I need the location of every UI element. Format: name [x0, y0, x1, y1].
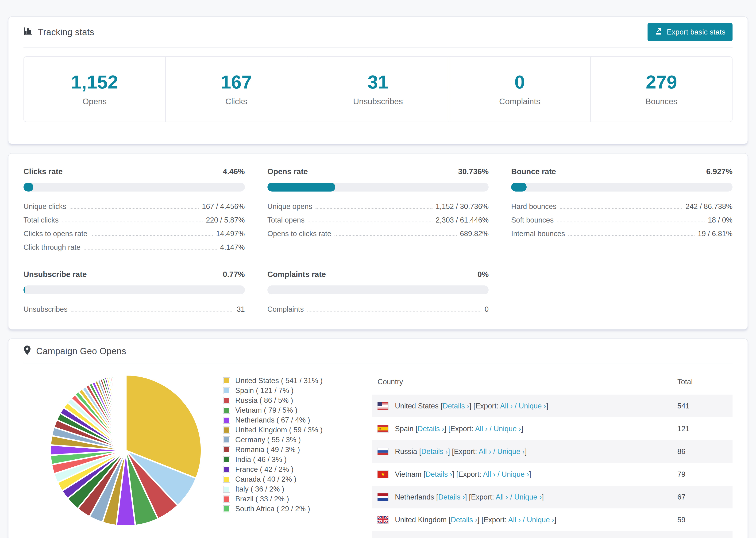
dotted-leader [335, 235, 457, 236]
legend-label: Canada ( 40 / 2% ) [235, 475, 296, 484]
map-pin-icon [24, 345, 31, 357]
dotted-leader [307, 311, 481, 311]
rate-detail-row: Soft bounces18 / 0% [511, 211, 732, 224]
details-link[interactable]: Details › [421, 447, 448, 456]
total-cell: 67 [677, 493, 732, 501]
rate-progress-track [267, 286, 489, 295]
details-link[interactable]: Details › [451, 516, 477, 524]
legend-item-romania[interactable]: Romania ( 49 / 3% ) [223, 445, 354, 455]
export-unique-link[interactable]: Unique › [514, 493, 542, 501]
export-unique-link[interactable]: Unique › [502, 470, 529, 478]
export-all-link[interactable]: All › [496, 493, 508, 501]
legend-swatch [223, 486, 230, 493]
gb-flag-icon [378, 516, 388, 523]
rate-detail-row: Internal bounces19 / 6.81% [511, 224, 732, 238]
rate-detail-row: Unsubscribes31 [24, 300, 245, 314]
legend-swatch [223, 476, 230, 483]
export-all-link[interactable]: All › [508, 516, 520, 524]
export-basic-stats-button[interactable]: Export basic stats [648, 23, 732, 41]
link-separator: / [510, 493, 512, 501]
legend-item-united-kingdom[interactable]: United Kingdom ( 59 / 3% ) [223, 425, 354, 435]
legend-item-italy[interactable]: Italy ( 36 / 2% ) [223, 484, 354, 494]
rate-block-opens-rate: Opens rate 30.736% Unique opens1,152 / 3… [267, 167, 489, 252]
total-cell: 121 [677, 425, 732, 433]
rate-value: 30.736% [458, 167, 489, 176]
dotted-leader [557, 222, 705, 222]
rate-progress-track [511, 183, 732, 191]
tracking-stats-header: Tracking stats Export basic stats [24, 17, 732, 48]
rate-title: Unsubscribe rate [24, 270, 87, 279]
details-link[interactable]: Details › [418, 425, 445, 433]
pie-chart-svg [46, 371, 206, 530]
legend-label: Italy ( 36 / 2% ) [235, 485, 284, 493]
dotted-leader [568, 235, 694, 236]
rate-detail-value: 689.82% [460, 230, 489, 238]
legend-item-india[interactable]: India ( 46 / 3% ) [223, 455, 354, 464]
export-all-link[interactable]: All › [475, 425, 487, 433]
geo-table-row-gb: United Kingdom [Details ›] [Export: All … [372, 509, 732, 531]
stat-box-unsubscribes: 31Unsubscribes [307, 57, 449, 122]
link-separator: / [514, 402, 517, 410]
export-unique-link[interactable]: Unique › [527, 516, 554, 524]
stat-label: Unsubscribes [307, 97, 449, 106]
campaign-geo-opens-card: Campaign Geo Opens United States ( 541 /… [8, 339, 748, 538]
total-column-header: Total [677, 378, 732, 386]
export-unique-link[interactable]: Unique › [519, 402, 546, 410]
legend-label: South Africa ( 29 / 2% ) [235, 505, 310, 513]
legend-item-france[interactable]: France ( 42 / 2% ) [223, 464, 354, 474]
stat-box-opens: 1,152Opens [24, 57, 166, 122]
rate-detail-value: 31 [237, 305, 244, 314]
legend-item-south-africa[interactable]: South Africa ( 29 / 2% ) [223, 504, 354, 514]
export-all-link[interactable]: All › [479, 447, 491, 456]
legend-item-spain[interactable]: Spain ( 121 / 7% ) [223, 386, 354, 396]
rate-progress-fill [511, 183, 526, 191]
us-flag-icon [378, 402, 388, 409]
geo-card-header: Campaign Geo Opens [24, 339, 732, 364]
country-name: United Kingdom [395, 516, 447, 524]
tracking-stats-title: Tracking stats [24, 27, 94, 38]
rate-detail-value: 220 / 5.87% [206, 216, 244, 224]
legend-swatch [223, 496, 230, 503]
export-all-link[interactable]: All › [483, 470, 495, 478]
legend-item-canada[interactable]: Canada ( 40 / 2% ) [223, 474, 354, 484]
legend-item-united-states[interactable]: United States ( 541 / 31% ) [223, 376, 354, 386]
details-link[interactable]: Details › [443, 402, 469, 410]
legend-swatch [223, 387, 230, 394]
export-unique-link[interactable]: Unique › [494, 425, 521, 433]
rate-detail-value: 242 / 86.738% [685, 202, 732, 211]
rate-detail-value: 0 [485, 305, 489, 314]
details-link[interactable]: Details › [438, 493, 465, 501]
rate-detail-label: Soft bounces [511, 216, 554, 224]
legend-item-russia[interactable]: Russia ( 86 / 5% ) [223, 396, 354, 405]
legend-swatch [223, 397, 230, 404]
legend-label: United Kingdom ( 59 / 3% ) [235, 426, 323, 434]
legend-label: Netherlands ( 67 / 4% ) [235, 416, 310, 424]
rate-detail-label: Internal bounces [511, 230, 565, 238]
legend-item-vietnam[interactable]: Vietnam ( 79 / 5% ) [223, 405, 354, 415]
rate-detail-label: Unique clicks [24, 202, 67, 211]
legend-item-netherlands[interactable]: Netherlands ( 67 / 4% ) [223, 415, 354, 425]
legend-item-brazil[interactable]: Brazil ( 33 / 2% ) [223, 494, 354, 504]
rate-detail-value: 14.497% [216, 230, 244, 238]
rate-detail-value: 19 / 6.81% [698, 230, 732, 238]
export-unique-link[interactable]: Unique › [497, 447, 525, 456]
dotted-leader [84, 249, 217, 249]
legend-label: Germany ( 55 / 3% ) [235, 436, 301, 444]
rate-detail-label: Click through rate [24, 243, 81, 252]
link-separator: / [498, 470, 500, 478]
geo-table-row-us: United States [Details ›] [Export: All ›… [372, 395, 732, 417]
details-link[interactable]: Details › [425, 470, 452, 478]
nl-flag-icon [378, 493, 388, 501]
rate-detail-row: Unique clicks167 / 4.456% [24, 197, 245, 211]
export-button-label: Export basic stats [667, 28, 726, 36]
rate-detail-label: Opens to clicks rate [267, 230, 331, 238]
rate-detail-value: 167 / 4.456% [202, 202, 245, 211]
rate-detail-row: Opens to clicks rate689.82% [267, 224, 489, 238]
export-all-link[interactable]: All › [500, 402, 513, 410]
rate-progress-fill [267, 183, 336, 191]
rate-block-clicks-rate: Clicks rate 4.46% Unique clicks167 / 4.4… [24, 167, 245, 252]
rate-progress-track [267, 183, 489, 191]
legend-item-germany[interactable]: Germany ( 55 / 3% ) [223, 435, 354, 445]
geo-pie-chart [46, 371, 206, 530]
rate-progress-fill [24, 286, 26, 295]
